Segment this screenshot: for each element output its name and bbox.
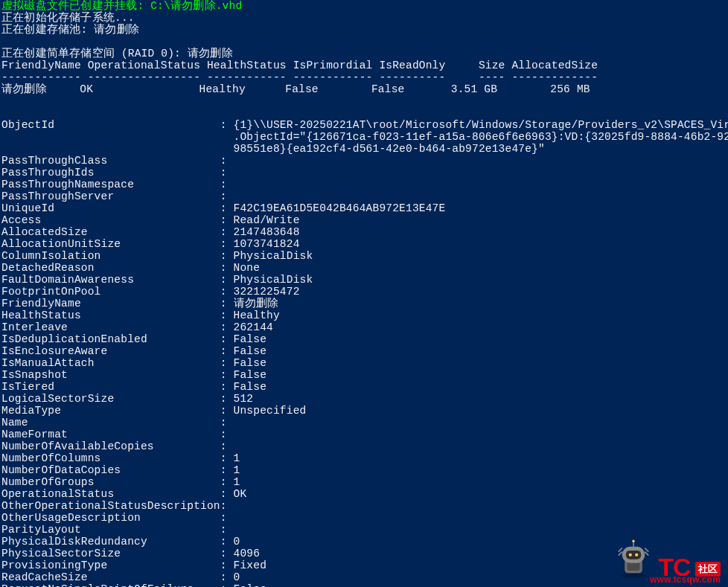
status-line-vhd: 虚拟磁盘文件已创建并挂载: C:\请勿删除.vhd bbox=[1, 0, 242, 12]
status-line-pool: 正在创建存储池: 请勿删除 bbox=[1, 24, 139, 36]
table-header-row: FriendlyName OperationalStatus HealthSta… bbox=[1, 60, 598, 71]
status-line-init: 正在初始化存储子系统... bbox=[1, 12, 135, 24]
terminal-output[interactable]: 虚拟磁盘文件已创建并挂载: C:\请勿删除.vhd 正在初始化存储子系统... … bbox=[0, 0, 728, 587]
property-list: ObjectId : {1}\\USER-20250221AT\root/Mic… bbox=[1, 119, 728, 587]
table-data-row: 请勿删除 OK Healthy False False 3.51 GB 256 … bbox=[1, 83, 590, 95]
status-line-space: 正在创建简单存储空间 (RAID 0): 请勿删除 bbox=[1, 48, 233, 60]
table-separator-row: ------------ ----------------- ---------… bbox=[1, 71, 598, 83]
